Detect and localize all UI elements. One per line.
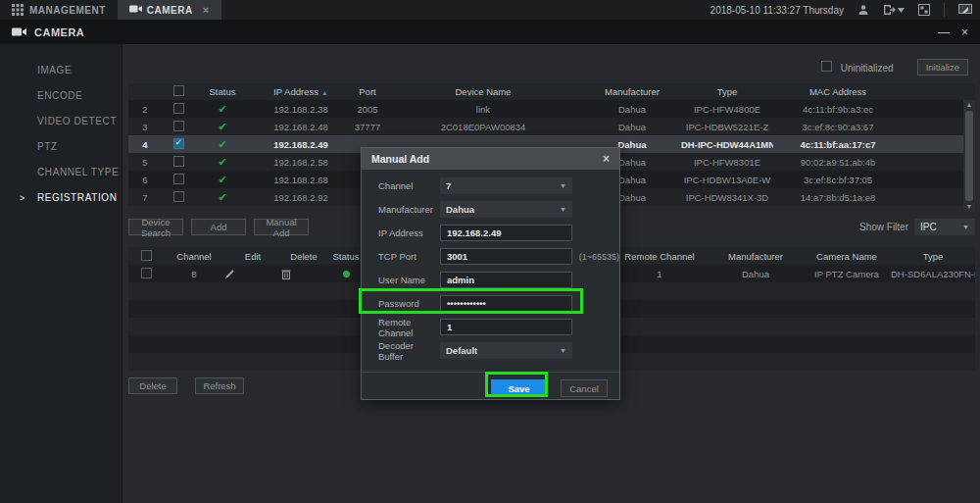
sidebar-item-video-detect[interactable]: VIDEO DETECT	[0, 109, 122, 134]
dialog-separator	[362, 372, 619, 373]
cell-mac: 90:02:a9:51:ab:4b	[773, 157, 903, 168]
col-added-type[interactable]: Type	[891, 251, 975, 262]
cell-camera-name: IP PTZ Camera	[803, 269, 891, 279]
col-delete: Delete	[281, 251, 326, 262]
field-tcp-port: TCP Port3001(1~65535)	[362, 248, 619, 265]
status-check-icon: ✔	[195, 103, 250, 116]
window-close-icon[interactable]: ×	[961, 25, 968, 39]
page-title: CAMERA	[34, 26, 84, 38]
scroll-thumb[interactable]	[965, 111, 973, 201]
device-table-scrollbar[interactable]: ▲ ▼	[963, 100, 975, 212]
col-port[interactable]: Port	[352, 86, 383, 97]
edit-icon[interactable]	[224, 269, 281, 279]
row-checkbox[interactable]	[173, 191, 184, 202]
chevron-down-icon: ▼	[560, 347, 566, 354]
sidebar-item-label: CHANNEL TYPE	[37, 167, 119, 177]
logout-control[interactable]	[883, 4, 905, 16]
col-added-manufacturer[interactable]: Manufacturer	[709, 251, 803, 262]
row-checkbox[interactable]	[173, 121, 184, 131]
row-number: 4	[128, 139, 162, 150]
field-user-name: User Nameadmin	[362, 272, 619, 288]
tab-camera[interactable]: CAMERA ×	[118, 0, 221, 20]
refresh-button[interactable]: Refresh	[195, 377, 244, 394]
field-label: Remote Channel	[378, 317, 440, 338]
chevron-down-icon: ▼	[560, 182, 566, 189]
cell-mac: 14:a7:8b:d5:1a:e8	[773, 192, 903, 203]
select-value: 7	[446, 180, 451, 191]
col-mac-address[interactable]: MAC Address	[773, 86, 903, 97]
col-channel[interactable]: Channel	[164, 251, 224, 262]
show-filter-select[interactable]: IPC ▼	[914, 219, 975, 235]
select-value: Default	[446, 345, 477, 356]
password-input[interactable]: ••••••••••••	[440, 295, 572, 312]
scroll-down-icon[interactable]: ▼	[966, 202, 973, 212]
uninitialized-checkbox[interactable]	[821, 61, 832, 72]
col-type[interactable]: Type	[681, 86, 773, 97]
cell-device-name: link	[383, 104, 583, 115]
row-checkbox[interactable]	[173, 103, 184, 114]
manual-add-button[interactable]: Manual Add	[254, 219, 309, 235]
sidebar: IMAGEENCODEVIDEO DETECTPTZCHANNEL TYPE>R…	[0, 44, 122, 503]
ip-address-input[interactable]: 192.168.2.49	[440, 225, 572, 241]
device-row[interactable]: 3✔192.168.2.48377772C018E0PAW00834DahuaI…	[128, 118, 975, 135]
field-hint: (1~65535)	[579, 252, 619, 262]
sidebar-item-registration[interactable]: >REGISTRATION	[0, 185, 122, 211]
row-checkbox[interactable]	[173, 138, 184, 149]
window-camera-icon	[12, 26, 26, 37]
tab-management[interactable]: MANAGEMENT	[0, 0, 118, 20]
col-camera-name[interactable]: Camera Name	[803, 251, 891, 262]
row-checkbox[interactable]	[173, 174, 184, 184]
tab-close-icon[interactable]: ×	[203, 4, 210, 16]
decoder-buffer-select[interactable]: Default▼	[440, 342, 572, 359]
select-all-checkbox[interactable]	[173, 85, 184, 96]
cell-ip: 192.168.2.38	[250, 104, 352, 115]
col-edit: Edit	[224, 251, 281, 262]
manufacturer-select[interactable]: Dahua▼	[440, 201, 572, 218]
delete-button[interactable]: Delete	[128, 377, 177, 394]
user-name-input[interactable]: admin	[440, 272, 572, 288]
delete-icon[interactable]	[281, 269, 326, 279]
row-checkbox[interactable]	[173, 156, 184, 167]
row-number: 3	[128, 122, 162, 132]
uninitialized-control[interactable]: Uninitialized	[821, 61, 894, 74]
scroll-up-icon[interactable]: ▲	[966, 100, 973, 110]
minimize-icon[interactable]: —	[938, 25, 950, 39]
user-icon[interactable]	[858, 4, 869, 16]
cell-mac: 4c:11:bf:aa:17:c7	[773, 139, 903, 150]
cancel-button[interactable]: Cancel	[561, 379, 608, 397]
field-password: Password••••••••••••	[362, 295, 619, 312]
device-row[interactable]: 2✔192.168.2.382005linkDahuaIPC-HFW4800E4…	[128, 100, 975, 118]
channel-select[interactable]: 7▼	[440, 177, 572, 194]
added-select-all-checkbox[interactable]	[141, 250, 152, 261]
cell-ip: 192.168.2.49	[250, 139, 352, 150]
col-status[interactable]: Status	[195, 86, 250, 97]
sidebar-item-encode[interactable]: ENCODE	[0, 83, 122, 109]
caret-down-icon	[898, 8, 905, 13]
sidebar-item-channel-type[interactable]: CHANNEL TYPE	[0, 160, 122, 185]
field-ip-address: IP Address192.168.2.49	[362, 225, 619, 241]
remote-channel-input[interactable]: 1	[440, 319, 572, 335]
sidebar-item-image[interactable]: IMAGE	[0, 58, 122, 83]
field-remote-channel: Remote Channel1	[362, 319, 619, 335]
field-decoder-buffer: Decoder BufferDefault▼	[362, 342, 619, 359]
initialize-button[interactable]: Initialize	[917, 59, 968, 75]
sidebar-item-label: PTZ	[37, 141, 58, 152]
status-check-icon: ✔	[195, 138, 250, 151]
col-remote-channel[interactable]: Remote Channel	[611, 251, 709, 262]
save-button[interactable]: Save	[491, 379, 547, 397]
added-row-checkbox[interactable]	[141, 268, 152, 278]
col-ip-address[interactable]: IP Address▲	[250, 86, 352, 97]
panel-icon[interactable]	[918, 4, 930, 16]
col-device-name[interactable]: Device Name	[383, 86, 583, 97]
dialog-close-icon[interactable]: ×	[603, 152, 610, 166]
device-search-button[interactable]: Device Search	[128, 219, 183, 235]
field-label: Channel	[378, 180, 440, 191]
cell-manufacturer: Dahua	[583, 104, 681, 115]
sidebar-item-ptz[interactable]: PTZ	[0, 134, 122, 160]
tcp-port-input[interactable]: 3001	[440, 248, 572, 265]
live-display-icon[interactable]	[958, 4, 970, 16]
col-manufacturer[interactable]: Manufacturer	[583, 86, 681, 97]
field-label: Manufacturer	[378, 204, 440, 215]
sidebar-item-label: VIDEO DETECT	[37, 116, 117, 126]
add-button[interactable]: Add	[191, 219, 246, 235]
